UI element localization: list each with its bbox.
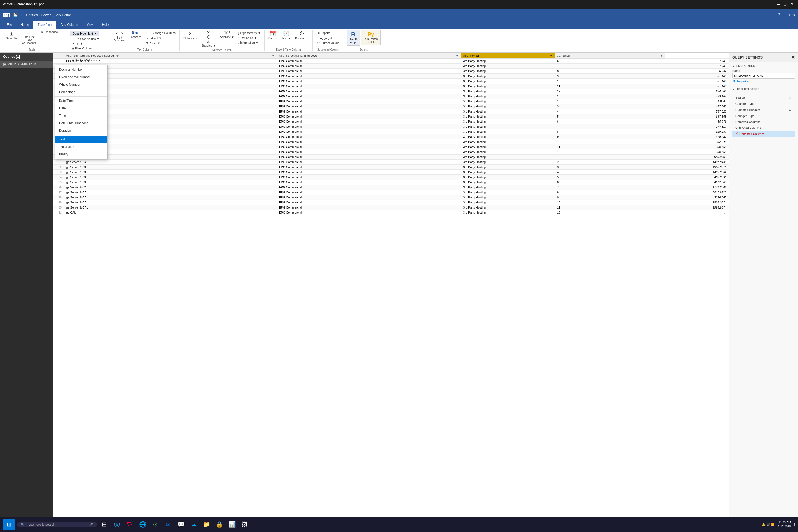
subsegment-cell: ge Server & CAL bbox=[64, 190, 277, 195]
table-row: EPG CommercialEPG Commercial3rd Party Ho… bbox=[54, 79, 729, 84]
forecast-cell: EPG Commercial bbox=[277, 170, 461, 175]
split-column-button[interactable]: ⟺ SplitColumn▼ bbox=[112, 30, 127, 43]
dtype-datetime-timezone[interactable]: Date/Time/Timezone bbox=[55, 119, 108, 127]
dtype-truefalse[interactable]: True/False bbox=[55, 143, 108, 151]
dtype-decimal[interactable]: Decimal Number bbox=[55, 66, 108, 73]
use-first-row-button[interactable]: ≡ Use First Rowas Headers bbox=[20, 30, 38, 45]
format-button[interactable]: Abc Format ▼ bbox=[128, 30, 143, 40]
trigonometry-button[interactable]: ∫ Trigonometry ▼ bbox=[237, 31, 262, 35]
aggregate-button[interactable]: Σ Aggregate bbox=[316, 36, 335, 40]
third-party-cell: 3rd Party Hosting bbox=[461, 145, 555, 150]
qs-step-changed-type1[interactable]: Changed Type1 bbox=[732, 113, 795, 119]
col-subsegment-filter[interactable]: ▼ bbox=[271, 54, 274, 57]
qs-step-changed-type[interactable]: Changed Type bbox=[732, 101, 795, 107]
tab-help[interactable]: Help bbox=[98, 21, 113, 29]
standard-button[interactable]: ΧΟΣ Standard ▼ bbox=[200, 30, 217, 48]
qs-step-removed-columns[interactable]: Removed Columns bbox=[732, 119, 795, 125]
maximize-button[interactable]: □ bbox=[783, 2, 788, 6]
pivot-column-button[interactable]: ⊟ Pivot Column bbox=[70, 46, 94, 51]
tab-file[interactable]: File bbox=[3, 21, 16, 29]
app-restore-button[interactable]: □ bbox=[787, 13, 790, 18]
group-by-button[interactable]: ⊞ Group By bbox=[4, 30, 19, 41]
step-gear-icon[interactable]: ⚙ bbox=[789, 96, 792, 99]
merge-columns-button[interactable]: ⟵⟶ Merge Columns bbox=[144, 31, 177, 35]
start-button[interactable]: ⊞ bbox=[3, 519, 15, 530]
app-close-button[interactable]: ✕ bbox=[792, 13, 795, 18]
teams-icon[interactable]: 💬 bbox=[175, 519, 186, 530]
transpose-button[interactable]: ⇅ Transpose bbox=[39, 30, 59, 34]
subsegment-cell: ge Server & CAL bbox=[64, 170, 277, 175]
period-cell: 9 bbox=[555, 74, 665, 79]
step-gear-icon[interactable]: ⚙ bbox=[789, 108, 792, 112]
tab-transform[interactable]: Transform bbox=[33, 21, 56, 29]
tab-home[interactable]: Home bbox=[16, 21, 33, 29]
dtype-binary[interactable]: Binary bbox=[55, 151, 108, 158]
qs-step-source[interactable]: Source⚙ bbox=[732, 94, 795, 101]
rounding-button[interactable]: ≈ Rounding ▼ bbox=[237, 36, 262, 40]
data-type-dropdown[interactable]: Data Type: Text ▼ bbox=[70, 31, 99, 36]
task-view-button[interactable]: ⊟ bbox=[99, 519, 110, 530]
run-python-button[interactable]: Py Run Pythonscript bbox=[361, 30, 381, 45]
qs-name-input[interactable] bbox=[732, 73, 795, 79]
queries-panel-header: Queries [1] bbox=[0, 53, 53, 61]
duration-button[interactable]: ⏱ Duration ▼ bbox=[293, 30, 310, 41]
col-subsegment[interactable]: ABC Std Rptg Mid Reported Subsegment ▼ bbox=[64, 53, 277, 58]
parse-button[interactable]: ⊞ Parse ▼ bbox=[144, 41, 177, 45]
dtype-fixed-decimal[interactable]: Fixed decimal number bbox=[55, 73, 108, 81]
dtype-date[interactable]: Date bbox=[55, 104, 108, 112]
show-desktop-button[interactable]: | bbox=[794, 523, 795, 526]
col-sales[interactable]: 1.2 Sales ▼ bbox=[555, 53, 665, 58]
skype-icon[interactable]: ☁ bbox=[188, 519, 199, 530]
qs-close-button[interactable]: ✕ bbox=[791, 55, 795, 60]
third-party-cell: 3rd Party Hosting bbox=[461, 94, 555, 99]
file-explorer-icon[interactable]: 📁 bbox=[201, 519, 212, 530]
qs-step-unpivoted-columns[interactable]: Unpivoted Columns bbox=[732, 125, 795, 131]
help-icon[interactable]: ? bbox=[778, 13, 780, 18]
app-minimize-button[interactable]: ─ bbox=[782, 13, 785, 18]
fill-button[interactable]: ▼ Fill ▼ bbox=[70, 41, 84, 46]
dtype-whole[interactable]: Whole Number bbox=[55, 81, 108, 88]
col-forecast[interactable]: ABC Forecast Planning Level ▼ bbox=[277, 53, 461, 58]
replace-values-button[interactable]: ↔ Replace Values ▼ bbox=[70, 37, 101, 41]
close-button[interactable]: ✕ bbox=[789, 2, 795, 6]
chrome-icon[interactable]: ⊙ bbox=[150, 519, 161, 530]
qs-step-renamed-columns[interactable]: ✕Renamed Columns bbox=[732, 131, 795, 137]
query-item-crmactuals[interactable]: ▣ CRMActualsEMEAUS bbox=[0, 61, 53, 68]
tab-view[interactable]: View bbox=[82, 21, 98, 29]
outlook-icon[interactable]: ✉ bbox=[163, 519, 173, 530]
qs-step-promoted-headers[interactable]: Promoted Headers⚙ bbox=[732, 107, 795, 113]
minimize-button[interactable]: ─ bbox=[776, 2, 781, 6]
keepass-icon[interactable]: 🔒 bbox=[214, 519, 225, 530]
dtype-time[interactable]: Time bbox=[55, 112, 108, 119]
powerbi-icon[interactable]: 📊 bbox=[227, 519, 237, 530]
avast-icon[interactable]: 🛡 bbox=[125, 519, 135, 530]
grid-container[interactable]: ABC Std Rptg Mid Reported Subsegment ▼ A… bbox=[53, 53, 729, 517]
time-button[interactable]: 🕐 Time ▼ bbox=[280, 30, 292, 41]
dtype-datetime[interactable]: Date/Time bbox=[55, 97, 108, 104]
extract-button[interactable]: ✂ Extract ▼ bbox=[144, 36, 177, 40]
quick-save-icon[interactable]: 💾 bbox=[13, 13, 18, 17]
tab-add-column[interactable]: Add Column bbox=[56, 21, 82, 29]
ribbon-group-structured: ⊞ Expand Σ Aggregate ✂ Extract Values St… bbox=[312, 30, 344, 51]
mic-icon[interactable]: 🎤 bbox=[89, 523, 93, 527]
extract-values-button[interactable]: ✂ Extract Values bbox=[316, 41, 341, 45]
information-button[interactable]: ℹ Information ▼ bbox=[237, 40, 262, 45]
firefox-icon[interactable]: 🌐 bbox=[137, 519, 148, 530]
qs-all-properties-link[interactable]: All Properties bbox=[732, 80, 749, 83]
statistics-button[interactable]: Σ Statistics ▼ bbox=[182, 30, 199, 41]
date-button[interactable]: 📅 Date ▼ bbox=[267, 30, 279, 41]
photos-icon[interactable]: 🖼 bbox=[240, 519, 250, 530]
taskbar-search[interactable]: 🔍 Type here to search 🎤 bbox=[17, 521, 97, 528]
col-period[interactable]: ABC Period ▼ bbox=[461, 53, 555, 58]
col-forecast-filter[interactable]: ▼ bbox=[456, 54, 459, 57]
dtype-text[interactable]: Text bbox=[55, 136, 108, 143]
run-r-button[interactable]: R Run Rscript bbox=[347, 30, 360, 46]
scientific-button[interactable]: 10² Scientific ▼ bbox=[218, 30, 236, 40]
expand-button[interactable]: ⊞ Expand bbox=[316, 31, 332, 35]
dtype-percentage[interactable]: Percentage bbox=[55, 88, 108, 96]
col-period-filter[interactable]: ▼ bbox=[550, 54, 552, 57]
col-sales-filter[interactable]: ▼ bbox=[660, 54, 663, 57]
dtype-duration[interactable]: Duration bbox=[55, 127, 108, 134]
quick-undo-icon[interactable]: ↩ bbox=[20, 13, 23, 17]
edge-icon[interactable]: ⓔ bbox=[112, 519, 122, 530]
